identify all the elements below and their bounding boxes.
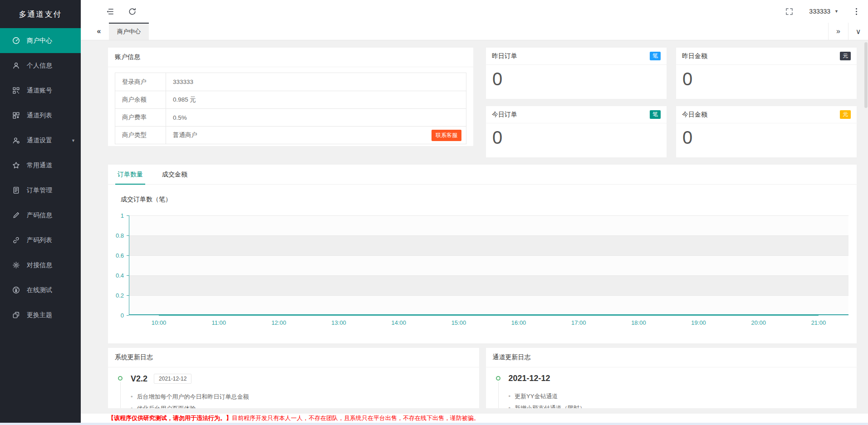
x-axis-tick-label: 17:00 xyxy=(571,319,586,326)
channel-log-title: 通道更新日志 xyxy=(486,348,857,367)
timeline-dot-icon xyxy=(118,376,123,381)
header-right: 333333 ▼ xyxy=(785,7,861,16)
sidebar-item-channel-account[interactable]: 通道账号 xyxy=(0,78,81,103)
merchant-dropdown[interactable]: 333333 ▼ xyxy=(809,8,839,15)
caret-down-icon: ▼ xyxy=(71,138,75,143)
stat-card-value: 0 xyxy=(486,123,667,147)
x-axis-tick-label: 18:00 xyxy=(631,319,646,326)
grid-icon xyxy=(12,112,20,119)
sidebar-item-label: 商户中心 xyxy=(27,37,52,45)
account-table: 登录商户333333商户余额0.985 元商户费率0.5%商户类型普通商户联系客… xyxy=(115,73,466,144)
scroll-tabs-left-icon[interactable]: « xyxy=(89,23,109,40)
main-area: 333333 ▼ « 商户中心 » ∨ 账户信息 登录商户333333商户余额0… xyxy=(81,0,868,425)
sidebar-item-label: 在线测试 xyxy=(27,286,52,294)
x-axis-tick-label: 21:00 xyxy=(811,319,826,326)
sidebar-item-label: 产码信息 xyxy=(27,211,52,220)
log-bullet-item: 更新YY金钻通道 xyxy=(509,391,848,402)
sidebar: 多通道支付 商户中心个人信息通道账号通道列表通道设置▼常用通道订单管理产码信息产… xyxy=(0,0,81,425)
timeline-entry: 2021-12-12 更新YY金钻通道新增小额支付通道（限时） xyxy=(496,374,848,408)
fullscreen-icon[interactable] xyxy=(785,7,794,16)
sidebar-item-order-management[interactable]: 订单管理 xyxy=(0,178,81,203)
account-row-label: 商户费率 xyxy=(115,109,166,126)
stat-card-title: 今日订单 xyxy=(492,111,517,119)
content-area: 账户信息 登录商户333333商户余额0.985 元商户费率0.5%商户类型普通… xyxy=(81,40,868,425)
tab-order-count[interactable]: 订单数量 xyxy=(115,165,145,184)
stat-card-value: 0 xyxy=(676,65,857,88)
dashboard-icon xyxy=(12,37,20,44)
sidebar-item-common-channels[interactable]: 常用通道 xyxy=(0,153,81,178)
stat-cards-grid: 昨日订单笔0昨日金额元0今日订单笔0今日金额元0 xyxy=(486,48,857,157)
contact-support-button[interactable]: 联系客服 xyxy=(432,130,461,141)
channel-log-items: 更新YY金钻通道新增小额支付通道（限时） xyxy=(509,391,848,408)
refresh-icon[interactable] xyxy=(128,7,137,16)
app-logo: 多通道支付 xyxy=(0,0,81,28)
account-row: 登录商户333333 xyxy=(115,73,466,91)
tab-bar-controls: » ∨ xyxy=(828,23,868,40)
y-axis-tick-label: 0.2 xyxy=(116,292,124,299)
sidebar-item-label: 个人信息 xyxy=(27,62,52,70)
x-axis-tick-label: 14:00 xyxy=(391,319,406,326)
log-bullet-item: 优化后台用户页面体验 xyxy=(131,403,470,408)
account-card-title: 账户信息 xyxy=(108,48,473,67)
x-axis-tick-label: 12:00 xyxy=(271,319,286,326)
stat-card-title: 昨日金额 xyxy=(682,52,707,60)
unit-badge: 笔 xyxy=(650,52,661,60)
account-row: 商户类型普通商户联系客服 xyxy=(115,126,466,144)
x-axis-tick-label: 16:00 xyxy=(511,319,526,326)
stat-card-value: 0 xyxy=(486,65,667,88)
top-header: 333333 ▼ xyxy=(81,0,868,23)
document-icon xyxy=(12,186,20,194)
sidebar-item-online-test[interactable]: 在线测试 xyxy=(0,278,81,303)
sidebar-item-api-info[interactable]: 对接信息 xyxy=(0,253,81,278)
chart-tabs: 订单数量成交金额 xyxy=(108,165,857,185)
account-row-label: 登录商户 xyxy=(115,73,166,91)
chart-title: 成交订单数（笔） xyxy=(121,195,857,204)
sidebar-item-channel-settings[interactable]: 通道设置▼ xyxy=(0,128,81,153)
channel-log-card: 通道更新日志 2021-12-12 更新YY金钻通道新增小额支付通道（限时） xyxy=(486,348,857,408)
user-cog-icon xyxy=(12,137,20,144)
account-row: 商户费率0.5% xyxy=(115,108,466,126)
unit-badge: 元 xyxy=(840,110,851,119)
account-row: 商户余额0.985 元 xyxy=(115,91,466,108)
merchant-id: 333333 xyxy=(809,8,830,15)
sidebar-item-label: 通道设置 xyxy=(27,137,52,145)
sidebar-menu: 商户中心个人信息通道账号通道列表通道设置▼常用通道订单管理产码信息产码列表对接信… xyxy=(0,28,81,327)
tab-bar: « 商户中心 » ∨ xyxy=(81,23,868,40)
sidebar-item-label: 通道列表 xyxy=(27,112,52,120)
account-row-value: 普通商户 xyxy=(173,131,197,139)
x-axis-tick-label: 15:00 xyxy=(451,319,466,326)
logs-row: 系统更新日志 V2.2 2021-12-12 后台增加每个用户的今日和昨日订单总… xyxy=(108,348,857,408)
y-axis-tick-label: 1 xyxy=(121,212,124,219)
stat-card-today-amount: 今日金额元0 xyxy=(676,106,857,157)
tab-deal-amount[interactable]: 成交金额 xyxy=(160,165,190,184)
x-axis-tick-label: 10:00 xyxy=(152,319,167,326)
sidebar-item-merchant-center[interactable]: 商户中心 xyxy=(0,28,81,53)
y-axis-tick-label: 0.6 xyxy=(116,252,124,259)
y-axis-tick-label: 0.8 xyxy=(116,232,124,239)
stat-card-value: 0 xyxy=(676,123,857,147)
unit-badge: 元 xyxy=(840,52,851,60)
timeline-dot-icon xyxy=(496,376,500,381)
theme-icon xyxy=(12,311,20,319)
vertical-scrollbar[interactable] xyxy=(864,42,868,108)
account-row-label: 商户类型 xyxy=(115,127,166,144)
sidebar-item-code-info[interactable]: 产码信息 xyxy=(0,203,81,228)
sidebar-item-channel-list[interactable]: 通道列表 xyxy=(0,103,81,128)
sidebar-item-change-theme[interactable]: 更换主题 xyxy=(0,303,81,327)
sidebar-item-label: 产码列表 xyxy=(27,236,52,244)
more-menu-icon[interactable] xyxy=(852,7,861,16)
link-icon xyxy=(12,236,20,244)
scroll-tabs-right-icon[interactable]: » xyxy=(828,23,848,40)
sidebar-item-code-list[interactable]: 产码列表 xyxy=(0,228,81,253)
sidebar-item-personal-info[interactable]: 个人信息 xyxy=(0,53,81,78)
tab-options-icon[interactable]: ∨ xyxy=(848,23,868,40)
stat-card-title: 昨日订单 xyxy=(492,52,517,60)
account-info-card: 账户信息 登录商户333333商户余额0.985 元商户费率0.5%商户类型普通… xyxy=(108,48,473,146)
account-row-value: 0.985 元 xyxy=(173,96,196,104)
tab-merchant-center[interactable]: 商户中心 xyxy=(109,23,149,40)
account-row-value: 0.5% xyxy=(173,114,187,121)
caret-down-icon: ▼ xyxy=(834,9,839,14)
chart-card: 订单数量成交金额 成交订单数（笔） 00.20.40.60.8110:0011:… xyxy=(108,165,857,343)
collapse-menu-icon[interactable] xyxy=(106,7,114,16)
y-axis-tick-label: 0 xyxy=(121,312,124,319)
